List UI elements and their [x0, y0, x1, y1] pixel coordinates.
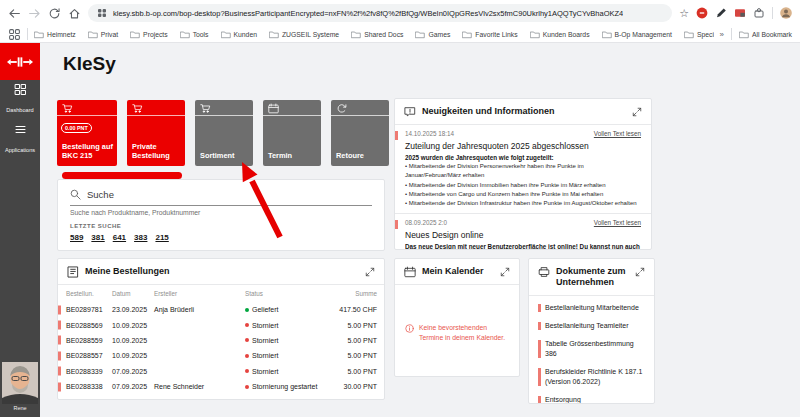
table-row[interactable]: BE028856910.09.2025Storniert5.00 PNT: [58, 317, 384, 332]
bookmark-folder[interactable]: ZUGSEIL Systeme: [269, 30, 339, 39]
tile-termin[interactable]: Termin: [263, 100, 321, 166]
table-row[interactable]: BE028855710.09.2025Storniert5.00 PNT: [58, 348, 384, 363]
tile-private-bestellung[interactable]: Private Bestellung: [127, 100, 185, 166]
documents-list: Bestellanleitung MitarbeitendeBestellanl…: [529, 296, 654, 405]
tile-label: Private Bestellung: [132, 142, 183, 161]
tile-retoure[interactable]: Retoure: [331, 100, 389, 166]
bookmark-folder[interactable]: Tools: [180, 30, 209, 39]
expand-icon[interactable]: [365, 267, 375, 277]
reload-icon[interactable]: [48, 7, 61, 20]
news-bullet: • Mitarbeitende von Cargo und Konzern ha…: [405, 190, 641, 199]
home-icon[interactable]: [68, 7, 81, 20]
return-icon: [336, 103, 347, 114]
bookmarks-list: HeimnetzPrivatProjectsToolsKundenZUGSEIL…: [34, 30, 714, 39]
bookmark-folder[interactable]: B-Op Management: [602, 30, 672, 39]
read-more-link[interactable]: Vollen Text lesen: [594, 219, 641, 226]
tiles-scrollbar[interactable]: [62, 172, 182, 179]
bookmark-folder[interactable]: Kunden: [221, 30, 257, 39]
profile-avatar[interactable]: [780, 7, 792, 19]
table-row[interactable]: BE028978123.09.2025Anja BrüderliGeliefer…: [58, 302, 384, 317]
bookmark-label: Games: [428, 31, 450, 38]
tile-bestellung-auf-bkc-215[interactable]: 0.00 PNTBestellung auf BKC 215: [57, 100, 117, 166]
status-dot: [245, 354, 249, 358]
document-link[interactable]: Entsorgung: [538, 394, 645, 404]
recent-search-link[interactable]: 381: [91, 233, 104, 242]
bookmark-label: Kunden: [234, 31, 257, 38]
recent-search-link[interactable]: 383: [134, 233, 147, 242]
calendar-title: Mein Kalender: [422, 266, 494, 277]
bookmark-star-icon[interactable]: ☆: [679, 8, 689, 19]
expand-icon[interactable]: [632, 107, 642, 117]
document-link[interactable]: Berufskleider Richtlinie K 187.1 (Versio…: [538, 366, 645, 388]
calendar-empty-text: Keine bevorstehenden Termine in deinem K…: [419, 323, 509, 343]
tile-sortiment[interactable]: Sortiment: [195, 100, 253, 166]
order-status: Storniert: [245, 368, 322, 375]
bookmark-label: Heimnetz: [47, 31, 76, 38]
news-date: 14.10.2025 18:14: [405, 130, 454, 137]
order-date: 10.09.2025: [112, 337, 154, 344]
expand-icon[interactable]: [500, 267, 510, 277]
order-sum: 5.00 PNT: [322, 337, 377, 344]
table-row[interactable]: BE028833907.09.2025Storniert5.00 PNT: [58, 364, 384, 379]
order-id: BE0289781: [66, 306, 112, 313]
document-link[interactable]: Bestellanleitung Teamleiter: [538, 320, 645, 332]
documents-printer-icon: [538, 266, 550, 278]
bookmark-folder[interactable]: Kunden Boards: [530, 30, 590, 39]
order-status: Storniert: [245, 337, 322, 344]
sidebar-item-dashboard[interactable]: Dashboard: [0, 83, 40, 116]
extension-pen-icon[interactable]: [715, 7, 727, 19]
recent-search-link[interactable]: 641: [113, 233, 126, 242]
recent-search-link[interactable]: 589: [70, 233, 83, 242]
bookmark-folder[interactable]: Special APIs: [684, 30, 714, 39]
bookmark-folder[interactable]: Favorite Links: [462, 30, 517, 39]
bookmark-folder[interactable]: Heimnetz: [34, 30, 76, 39]
status-dot: [245, 323, 249, 327]
calendar-icon: [404, 266, 416, 278]
all-bookmarks[interactable]: All Bookmark: [739, 30, 792, 39]
table-row[interactable]: BE028833807.09.2025Rene SchneiderStornie…: [58, 379, 384, 394]
bookmark-label: Kunden Boards: [543, 31, 590, 38]
browser-url-bar: klesy.sbb.b-op.com/bop-desktop?BusinessP…: [0, 0, 800, 26]
read-more-link[interactable]: Vollen Text lesen: [594, 130, 641, 137]
bookmarks-overflow-chevron[interactable]: »: [720, 30, 724, 39]
order-date: 10.09.2025: [112, 322, 154, 329]
order-date: 07.09.2025: [112, 383, 154, 390]
extension-recorder-icon[interactable]: [734, 7, 746, 19]
bookmarks-bar: HeimnetzPrivatProjectsToolsKundenZUGSEIL…: [0, 26, 800, 43]
table-row[interactable]: BE028855910.09.2025Storniert5.00 PNT: [58, 333, 384, 348]
sidebar-item-applications[interactable]: Applications: [0, 123, 40, 156]
bookmark-folder[interactable]: Privat: [88, 30, 118, 39]
folder-icon: [415, 30, 425, 39]
recent-search-link[interactable]: 215: [155, 233, 168, 242]
bookmark-label: Shared Docs: [364, 31, 403, 38]
url-text[interactable]: klesy.sbb.b-op.com/bop-desktop?BusinessP…: [113, 9, 623, 18]
order-id: BE0288559: [66, 337, 112, 344]
bookmark-folder[interactable]: Games: [415, 30, 450, 39]
document-link[interactable]: Bestellanleitung Mitarbeitende: [538, 302, 645, 314]
bookmark-folder[interactable]: Shared Docs: [351, 30, 403, 39]
extensions-puzzle-icon[interactable]: [753, 7, 765, 19]
points-badge: 0.00 PNT: [61, 123, 92, 133]
expand-icon[interactable]: [635, 267, 645, 277]
bookmark-folder[interactable]: Projects: [130, 30, 168, 39]
address-bar[interactable]: klesy.sbb.b-op.com/bop-desktop?BusinessP…: [88, 4, 672, 22]
sbb-logo[interactable]: [0, 43, 40, 80]
user-avatar[interactable]: Rene: [2, 362, 38, 411]
order-sum: 5.00 PNT: [322, 368, 377, 375]
order-id: BE0288557: [66, 352, 112, 359]
order-date: 07.09.2025: [112, 368, 154, 375]
dashboard-main: KleSy 0.00 PNTBestellung auf BKC 215Priv…: [40, 43, 800, 417]
document-link[interactable]: Tabelle Grössenbestimmung 386: [538, 338, 645, 360]
tab-groups-icon[interactable]: [8, 28, 21, 41]
extension-red-icon[interactable]: [696, 7, 708, 19]
bookmark-label: B-Op Management: [615, 31, 672, 38]
forward-icon[interactable]: [28, 7, 41, 20]
user-name: Rene: [2, 405, 38, 411]
calendar-empty-state: Keine bevorstehenden Termine in deinem K…: [395, 285, 519, 343]
news-date: 08.09.2025 2:0: [405, 219, 447, 226]
back-icon[interactable]: [8, 7, 21, 20]
news-bullet: • Mitarbeitende der Division Infrastrukt…: [405, 199, 641, 208]
site-tiles-icon[interactable]: [97, 8, 107, 18]
search-input[interactable]: Suche: [70, 189, 372, 206]
cart-icon: [200, 103, 211, 114]
